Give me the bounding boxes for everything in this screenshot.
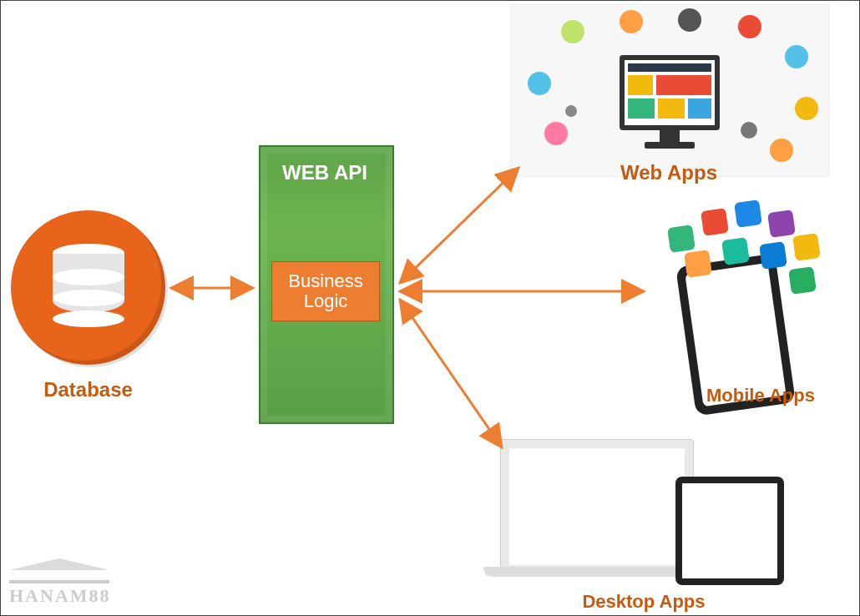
desktop-apps-node [483,427,801,593]
pin-icon [565,105,577,117]
diagram-canvas: { "nodes": { "database": { "label": "Dat… [0,0,860,616]
app-icon [767,210,796,238]
wifi-icon [741,122,757,139]
app-icon [792,233,821,261]
mobile-apps-node [644,201,827,383]
image-icon [738,15,761,38]
satellite-icon [785,45,808,68]
gear-icon [528,72,551,95]
desktop-apps-label: Desktop Apps [535,591,752,613]
mail-icon [561,20,584,43]
picture-icon [795,97,818,120]
database-node [11,210,165,365]
web-apps-node [510,4,829,177]
arrow-api-web [400,168,519,283]
business-logic-box: Business Logic [271,261,380,321]
watermark: HANAM88 [9,568,111,607]
database-icon [11,210,165,365]
watermark-text: HANAM88 [9,585,111,606]
mobile-apps-label: Mobile Apps [677,385,844,406]
arrow-api-desktop [400,300,502,447]
app-icon [788,266,817,295]
app-icon [701,208,729,236]
app-icon [759,241,787,270]
cylinder-icon [53,244,124,312]
monitor-icon [620,55,720,130]
laptop-icon [500,439,694,574]
business-logic-label: Business Logic [288,271,362,311]
cart-icon [620,10,643,33]
app-icon [667,225,696,253]
web-api-title: WEB API [259,161,391,184]
tablet-icon [675,477,784,585]
app-icon [734,199,762,228]
heart-icon [544,122,568,145]
database-label: Database [11,378,165,401]
app-icon [684,250,712,278]
web-apps-label: Web Apps [585,161,752,184]
shield-icon [770,139,793,162]
users-icon [678,8,701,32]
app-icon [721,237,750,265]
